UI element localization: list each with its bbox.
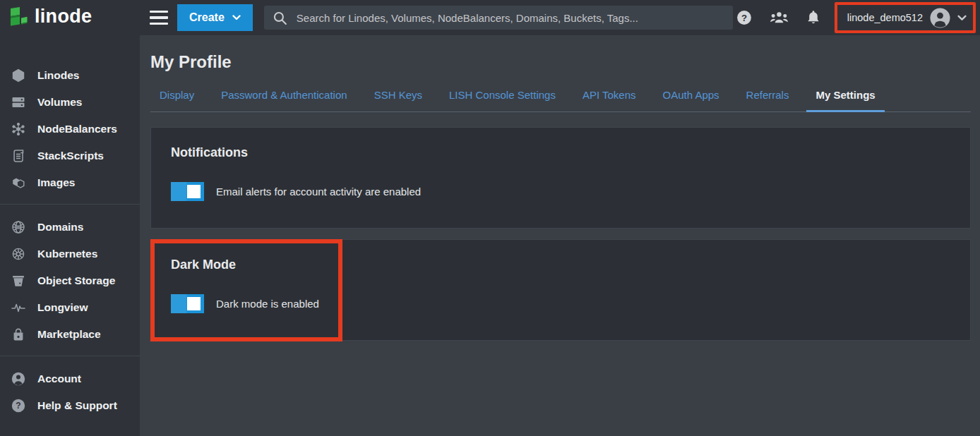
email-alerts-toggle[interactable]: [171, 182, 204, 201]
longview-pulse-icon: [11, 301, 25, 315]
account-person-icon: [11, 372, 25, 386]
svg-text:?: ?: [741, 13, 747, 23]
chevron-down-icon: [957, 15, 967, 21]
email-alerts-toggle-label: Email alerts for account activity are en…: [216, 186, 421, 198]
email-alerts-toggle-row: Email alerts for account activity are en…: [171, 182, 950, 201]
main-content: My Profile Display Password & Authentica…: [140, 35, 980, 436]
dark-mode-panel: Dark Mode Dark mode is enabled: [150, 239, 971, 341]
notifications-panel-title: Notifications: [171, 145, 950, 160]
kubernetes-wheel-icon: [11, 247, 25, 261]
logo-wordmark: linode: [35, 7, 92, 29]
dark-mode-toggle[interactable]: [171, 294, 204, 313]
dark-mode-toggle-row: Dark mode is enabled: [171, 294, 950, 313]
sidebar-divider: [0, 356, 140, 356]
tab-oauth-apps[interactable]: OAuth Apps: [654, 89, 729, 111]
sidebar-item-label: StackScripts: [37, 150, 104, 162]
search-icon: [273, 11, 287, 25]
sidebar-item-account[interactable]: Account: [0, 365, 140, 392]
sidebar-item-label: Volumes: [37, 96, 82, 109]
stackscripts-scroll-icon: [11, 149, 25, 163]
sidebar-item-images[interactable]: Images: [0, 169, 140, 196]
images-hexagons-icon: [11, 176, 25, 190]
hamburger-menu-icon[interactable]: [150, 11, 168, 25]
domains-globe-icon: [11, 220, 25, 234]
volumes-disks-icon: [11, 95, 25, 109]
sidebar-divider: [0, 204, 140, 205]
create-button[interactable]: Create: [177, 4, 253, 31]
object-storage-bucket-icon: [11, 274, 25, 288]
help-question-icon: ?: [11, 399, 25, 413]
marketplace-bag-icon: [11, 327, 25, 341]
svg-text:?: ?: [16, 401, 20, 411]
toggle-thumb: [187, 185, 201, 198]
sidebar-item-marketplace[interactable]: Marketplace: [0, 321, 140, 348]
sidebar-item-nodebalancers[interactable]: NodeBalancers: [0, 116, 140, 143]
sidebar-item-object-storage[interactable]: Object Storage: [0, 267, 140, 294]
dark-mode-panel-title: Dark Mode: [171, 258, 950, 272]
sidebar-item-help-support[interactable]: ? Help & Support: [0, 392, 140, 419]
sidebar-item-label: Linodes: [37, 69, 79, 82]
chevron-down-icon: [232, 15, 241, 20]
sidebar-navigation: Linodes Volumes NodeBalancers: [0, 35, 140, 436]
notifications-panel: Notifications Email alerts for account a…: [150, 127, 971, 229]
user-account-menu[interactable]: linode_demo512: [835, 2, 976, 33]
community-icon[interactable]: [770, 11, 789, 25]
toggle-thumb: [187, 297, 201, 310]
sidebar-item-domains[interactable]: Domains: [0, 214, 140, 241]
sidebar-item-label: Kubernetes: [37, 248, 97, 260]
linodes-hexagon-icon: [11, 68, 25, 83]
sidebar-item-label: NodeBalancers: [37, 123, 117, 135]
tab-referrals[interactable]: Referrals: [737, 89, 799, 111]
tab-api-tokens[interactable]: API Tokens: [573, 89, 645, 111]
tab-lish-console-settings[interactable]: LISH Console Settings: [440, 89, 565, 111]
avatar-icon: [930, 8, 950, 28]
profile-tab-bar: Display Password & Authentication SSH Ke…: [150, 89, 971, 112]
sidebar-item-label: Help & Support: [37, 399, 117, 412]
sidebar-item-label: Domains: [37, 221, 83, 234]
sidebar-item-longview[interactable]: Longview: [0, 294, 140, 321]
tab-my-settings[interactable]: My Settings: [806, 89, 884, 111]
global-search-bar[interactable]: [264, 6, 733, 30]
sidebar-item-kubernetes[interactable]: Kubernetes: [0, 241, 140, 267]
top-navigation-bar: linode Create ?: [0, 0, 980, 35]
tab-password-authentication[interactable]: Password & Authentication: [212, 89, 356, 111]
sidebar-item-volumes[interactable]: Volumes: [0, 89, 140, 116]
sidebar-item-linodes[interactable]: Linodes: [0, 62, 140, 89]
search-input[interactable]: [295, 11, 724, 25]
sidebar-item-label: Longview: [37, 301, 88, 314]
red-annotation-box-dark-mode: [150, 239, 342, 341]
sidebar-item-label: Marketplace: [37, 328, 101, 341]
tab-display[interactable]: Display: [150, 89, 203, 111]
nodebalancers-network-icon: [11, 122, 25, 136]
header-icon-group: ?: [736, 10, 820, 25]
linode-logo[interactable]: linode: [0, 7, 140, 29]
sidebar-item-label: Account: [37, 373, 81, 385]
linode-cloud-manager: linode Create ?: [0, 0, 980, 436]
help-icon[interactable]: ?: [736, 10, 752, 25]
sidebar-item-stackscripts[interactable]: StackScripts: [0, 143, 140, 169]
page-title: My Profile: [150, 52, 971, 72]
sidebar-item-label: Images: [37, 176, 75, 189]
sidebar-item-label: Object Storage: [37, 274, 115, 287]
username-label: linode_demo512: [847, 12, 923, 23]
create-button-label: Create: [189, 11, 225, 24]
tab-ssh-keys[interactable]: SSH Keys: [365, 89, 431, 111]
linode-logo-icon: [9, 7, 28, 29]
notification-bell-icon[interactable]: [806, 10, 820, 25]
dark-mode-toggle-label: Dark mode is enabled: [216, 298, 319, 310]
